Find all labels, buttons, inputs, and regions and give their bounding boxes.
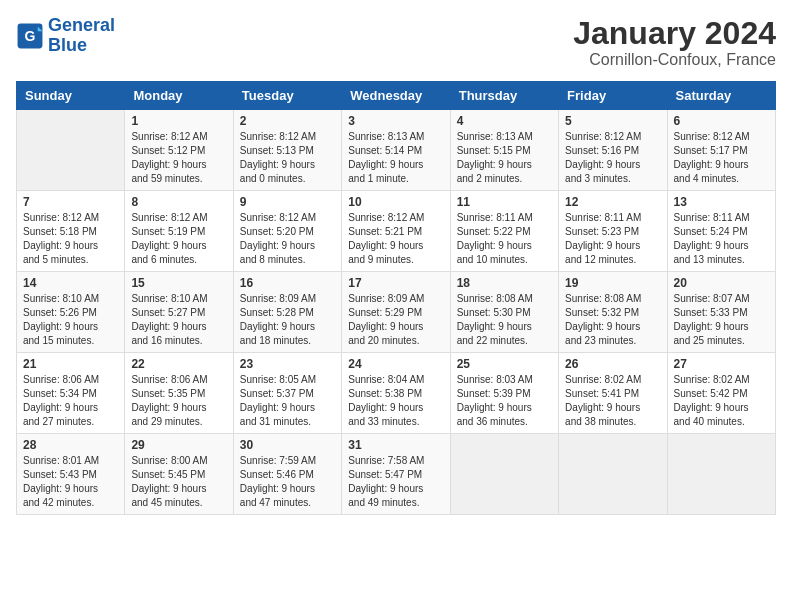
day-number: 31 <box>348 438 443 452</box>
day-info: Sunrise: 8:02 AM Sunset: 5:41 PM Dayligh… <box>565 373 660 429</box>
calendar-week-row: 28Sunrise: 8:01 AM Sunset: 5:43 PM Dayli… <box>17 434 776 515</box>
calendar-cell: 19Sunrise: 8:08 AM Sunset: 5:32 PM Dayli… <box>559 272 667 353</box>
day-number: 17 <box>348 276 443 290</box>
day-info: Sunrise: 8:11 AM Sunset: 5:23 PM Dayligh… <box>565 211 660 267</box>
day-info: Sunrise: 8:02 AM Sunset: 5:42 PM Dayligh… <box>674 373 769 429</box>
logo-icon: G <box>16 22 44 50</box>
day-number: 20 <box>674 276 769 290</box>
location-title: Cornillon-Confoux, France <box>573 51 776 69</box>
header-day-monday: Monday <box>125 82 233 110</box>
day-number: 27 <box>674 357 769 371</box>
day-info: Sunrise: 8:12 AM Sunset: 5:20 PM Dayligh… <box>240 211 335 267</box>
calendar-cell: 9Sunrise: 8:12 AM Sunset: 5:20 PM Daylig… <box>233 191 341 272</box>
day-number: 2 <box>240 114 335 128</box>
day-info: Sunrise: 8:08 AM Sunset: 5:30 PM Dayligh… <box>457 292 552 348</box>
calendar-cell: 14Sunrise: 8:10 AM Sunset: 5:26 PM Dayli… <box>17 272 125 353</box>
day-number: 6 <box>674 114 769 128</box>
header-day-saturday: Saturday <box>667 82 775 110</box>
calendar-cell: 21Sunrise: 8:06 AM Sunset: 5:34 PM Dayli… <box>17 353 125 434</box>
day-number: 23 <box>240 357 335 371</box>
month-title: January 2024 <box>573 16 776 51</box>
calendar-cell: 30Sunrise: 7:59 AM Sunset: 5:46 PM Dayli… <box>233 434 341 515</box>
day-number: 22 <box>131 357 226 371</box>
calendar-cell: 11Sunrise: 8:11 AM Sunset: 5:22 PM Dayli… <box>450 191 558 272</box>
calendar-table: SundayMondayTuesdayWednesdayThursdayFrid… <box>16 81 776 515</box>
day-info: Sunrise: 8:11 AM Sunset: 5:22 PM Dayligh… <box>457 211 552 267</box>
day-number: 3 <box>348 114 443 128</box>
calendar-cell: 25Sunrise: 8:03 AM Sunset: 5:39 PM Dayli… <box>450 353 558 434</box>
day-info: Sunrise: 8:13 AM Sunset: 5:15 PM Dayligh… <box>457 130 552 186</box>
calendar-cell: 12Sunrise: 8:11 AM Sunset: 5:23 PM Dayli… <box>559 191 667 272</box>
day-info: Sunrise: 8:00 AM Sunset: 5:45 PM Dayligh… <box>131 454 226 510</box>
day-info: Sunrise: 8:11 AM Sunset: 5:24 PM Dayligh… <box>674 211 769 267</box>
day-info: Sunrise: 8:12 AM Sunset: 5:13 PM Dayligh… <box>240 130 335 186</box>
day-info: Sunrise: 8:09 AM Sunset: 5:28 PM Dayligh… <box>240 292 335 348</box>
calendar-week-row: 14Sunrise: 8:10 AM Sunset: 5:26 PM Dayli… <box>17 272 776 353</box>
day-number: 13 <box>674 195 769 209</box>
header-day-thursday: Thursday <box>450 82 558 110</box>
day-info: Sunrise: 8:06 AM Sunset: 5:35 PM Dayligh… <box>131 373 226 429</box>
day-number: 15 <box>131 276 226 290</box>
calendar-cell: 28Sunrise: 8:01 AM Sunset: 5:43 PM Dayli… <box>17 434 125 515</box>
header-day-friday: Friday <box>559 82 667 110</box>
day-number: 21 <box>23 357 118 371</box>
logo-text: General Blue <box>48 16 115 56</box>
day-number: 14 <box>23 276 118 290</box>
calendar-header-row: SundayMondayTuesdayWednesdayThursdayFrid… <box>17 82 776 110</box>
calendar-cell <box>450 434 558 515</box>
day-number: 10 <box>348 195 443 209</box>
page-header: G General Blue January 2024 Cornillon-Co… <box>16 16 776 69</box>
day-info: Sunrise: 8:12 AM Sunset: 5:19 PM Dayligh… <box>131 211 226 267</box>
day-number: 12 <box>565 195 660 209</box>
calendar-cell: 31Sunrise: 7:58 AM Sunset: 5:47 PM Dayli… <box>342 434 450 515</box>
header-day-wednesday: Wednesday <box>342 82 450 110</box>
day-info: Sunrise: 8:08 AM Sunset: 5:32 PM Dayligh… <box>565 292 660 348</box>
day-number: 8 <box>131 195 226 209</box>
day-info: Sunrise: 8:04 AM Sunset: 5:38 PM Dayligh… <box>348 373 443 429</box>
calendar-cell: 3Sunrise: 8:13 AM Sunset: 5:14 PM Daylig… <box>342 110 450 191</box>
day-number: 5 <box>565 114 660 128</box>
day-info: Sunrise: 8:12 AM Sunset: 5:17 PM Dayligh… <box>674 130 769 186</box>
day-number: 30 <box>240 438 335 452</box>
day-number: 11 <box>457 195 552 209</box>
day-number: 16 <box>240 276 335 290</box>
calendar-cell: 22Sunrise: 8:06 AM Sunset: 5:35 PM Dayli… <box>125 353 233 434</box>
day-number: 7 <box>23 195 118 209</box>
calendar-cell: 2Sunrise: 8:12 AM Sunset: 5:13 PM Daylig… <box>233 110 341 191</box>
day-number: 25 <box>457 357 552 371</box>
header-day-tuesday: Tuesday <box>233 82 341 110</box>
day-number: 18 <box>457 276 552 290</box>
day-info: Sunrise: 7:58 AM Sunset: 5:47 PM Dayligh… <box>348 454 443 510</box>
calendar-cell: 20Sunrise: 8:07 AM Sunset: 5:33 PM Dayli… <box>667 272 775 353</box>
calendar-cell <box>559 434 667 515</box>
calendar-cell <box>17 110 125 191</box>
calendar-cell: 4Sunrise: 8:13 AM Sunset: 5:15 PM Daylig… <box>450 110 558 191</box>
svg-text:G: G <box>25 27 36 43</box>
calendar-cell: 5Sunrise: 8:12 AM Sunset: 5:16 PM Daylig… <box>559 110 667 191</box>
day-info: Sunrise: 7:59 AM Sunset: 5:46 PM Dayligh… <box>240 454 335 510</box>
logo: G General Blue <box>16 16 115 56</box>
day-info: Sunrise: 8:05 AM Sunset: 5:37 PM Dayligh… <box>240 373 335 429</box>
calendar-cell <box>667 434 775 515</box>
day-info: Sunrise: 8:01 AM Sunset: 5:43 PM Dayligh… <box>23 454 118 510</box>
calendar-week-row: 7Sunrise: 8:12 AM Sunset: 5:18 PM Daylig… <box>17 191 776 272</box>
day-info: Sunrise: 8:13 AM Sunset: 5:14 PM Dayligh… <box>348 130 443 186</box>
day-number: 9 <box>240 195 335 209</box>
day-number: 26 <box>565 357 660 371</box>
day-info: Sunrise: 8:12 AM Sunset: 5:21 PM Dayligh… <box>348 211 443 267</box>
day-info: Sunrise: 8:10 AM Sunset: 5:27 PM Dayligh… <box>131 292 226 348</box>
day-number: 1 <box>131 114 226 128</box>
calendar-cell: 23Sunrise: 8:05 AM Sunset: 5:37 PM Dayli… <box>233 353 341 434</box>
day-info: Sunrise: 8:12 AM Sunset: 5:16 PM Dayligh… <box>565 130 660 186</box>
day-info: Sunrise: 8:10 AM Sunset: 5:26 PM Dayligh… <box>23 292 118 348</box>
day-number: 4 <box>457 114 552 128</box>
calendar-cell: 27Sunrise: 8:02 AM Sunset: 5:42 PM Dayli… <box>667 353 775 434</box>
calendar-cell: 15Sunrise: 8:10 AM Sunset: 5:27 PM Dayli… <box>125 272 233 353</box>
day-number: 24 <box>348 357 443 371</box>
calendar-cell: 29Sunrise: 8:00 AM Sunset: 5:45 PM Dayli… <box>125 434 233 515</box>
day-info: Sunrise: 8:07 AM Sunset: 5:33 PM Dayligh… <box>674 292 769 348</box>
calendar-cell: 17Sunrise: 8:09 AM Sunset: 5:29 PM Dayli… <box>342 272 450 353</box>
calendar-cell: 6Sunrise: 8:12 AM Sunset: 5:17 PM Daylig… <box>667 110 775 191</box>
calendar-cell: 26Sunrise: 8:02 AM Sunset: 5:41 PM Dayli… <box>559 353 667 434</box>
header-day-sunday: Sunday <box>17 82 125 110</box>
